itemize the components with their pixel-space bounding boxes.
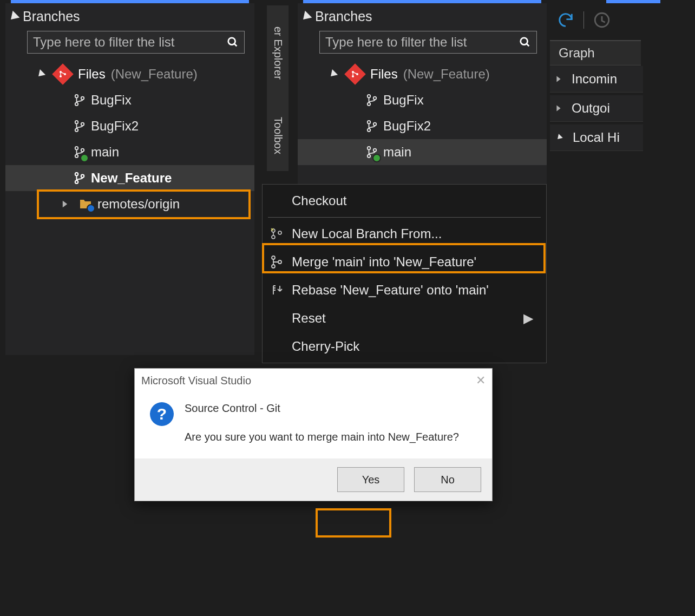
branches-title: Branches [23,9,80,24]
branch-label: main [383,145,411,160]
no-button[interactable]: No [414,467,481,492]
menu-new-branch[interactable]: New Local Branch From... [263,220,546,248]
svg-point-8 [75,121,78,124]
side-tab-toolbox[interactable]: Toolbox [267,100,289,171]
svg-point-16 [81,175,84,178]
branch-label: BugFix [91,93,132,108]
files-branch: (New_Feature) [111,67,198,82]
remotes-label: remotes/origin [97,196,180,212]
graph-header[interactable]: Graph [550,40,641,65]
highlight-box [316,508,391,538]
branch-tree: Files (New_Feature) BugFix BugFix2 main [298,59,547,167]
svg-point-35 [272,256,275,259]
branch-item-bugfix2[interactable]: BugFix2 [298,113,547,139]
dialog-message: Are you sure you want to merge main into… [185,431,459,443]
incoming-section[interactable]: Incomin [550,66,643,93]
separator [268,217,541,218]
branch-item-main[interactable]: main [298,139,547,165]
branch-icon [366,94,378,106]
svg-point-13 [81,149,84,152]
svg-point-30 [373,149,377,152]
branch-icon [366,146,378,158]
branch-tree: Files (New_Feature) BugFix BugFix2 main … [5,59,254,219]
svg-point-3 [60,75,62,77]
dialog-heading: Source Control - Git [185,402,459,415]
branch-item-newfeature[interactable]: New_Feature [5,165,254,191]
folder-icon [79,199,92,209]
branch-item-bugfix2[interactable]: BugFix2 [5,113,254,139]
branches-header[interactable]: Branches [5,3,254,28]
files-branch: (New_Feature) [403,67,490,82]
svg-point-22 [368,95,371,98]
search-icon[interactable] [519,36,531,48]
svg-point-15 [75,181,78,184]
close-icon[interactable]: ✕ [476,373,486,388]
branch-icon [74,146,86,158]
refresh-icon[interactable] [556,11,575,29]
svg-point-17 [521,38,528,45]
expand-icon [556,76,560,82]
files-label: Files [78,67,106,82]
yes-button[interactable]: Yes [337,467,404,492]
svg-point-11 [75,147,78,150]
up-arrow-badge-icon [80,154,89,162]
repo-node[interactable]: Files (New_Feature) [5,61,254,87]
expand-icon [8,10,20,23]
files-label: Files [370,67,398,82]
svg-point-14 [75,173,78,176]
filter-input[interactable]: Type here to filter the list [27,31,245,54]
branch-label: BugFix [383,93,424,108]
svg-point-36 [272,265,275,268]
expand-icon [556,106,560,112]
new-branch-icon [269,226,284,241]
filter-input[interactable]: Type here to filter the list [319,31,537,54]
svg-point-6 [75,103,78,106]
svg-point-27 [373,123,377,126]
rebase-icon [269,283,284,298]
branch-item-bugfix[interactable]: BugFix [5,87,254,113]
question-icon: ? [150,402,174,426]
branch-item-main[interactable]: main [5,139,254,165]
svg-point-10 [81,123,84,126]
branch-label: New_Feature [91,171,172,186]
local-history-section[interactable]: Local Hi [550,124,643,151]
menu-checkout[interactable]: Checkout [263,187,546,215]
remotes-node[interactable]: remotes/origin [5,191,254,217]
svg-point-9 [75,129,78,132]
menu-rebase[interactable]: Rebase 'New_Feature' onto 'main' [263,276,546,304]
fetch-icon[interactable] [593,11,611,29]
filter-placeholder: Type here to filter the list [33,35,174,50]
svg-point-12 [75,155,78,158]
svg-point-33 [272,235,275,239]
svg-point-5 [75,95,78,98]
branch-label: main [91,145,119,160]
confirm-dialog: Microsoft Visual Studio ✕ ? Source Contr… [134,368,493,501]
search-icon[interactable] [227,36,239,48]
merge-icon [269,254,284,270]
branch-icon [74,94,86,106]
side-tab-explorer[interactable]: er Explorer [267,5,289,101]
git-icon [344,63,366,85]
outgoing-section[interactable]: Outgoi [550,95,643,122]
expand-icon [63,201,67,208]
svg-point-23 [368,103,371,106]
branch-item-bugfix[interactable]: BugFix [298,87,547,113]
branch-icon [366,120,378,132]
remote-badge-icon [87,204,95,213]
branches-panel-left: Branches Type here to filter the list Fi… [5,3,254,355]
filter-placeholder: Type here to filter the list [325,35,467,50]
svg-point-24 [373,97,377,100]
branch-label: BugFix2 [383,119,431,134]
svg-point-25 [368,121,371,124]
separator [583,11,584,29]
menu-cherry-pick[interactable]: Cherry-Pick [263,332,546,361]
git-icon [52,63,74,85]
branch-icon [74,120,86,132]
branches-header[interactable]: Branches [298,3,547,28]
menu-reset[interactable]: Reset ▶ [263,304,546,332]
up-arrow-badge-icon [372,154,381,162]
menu-merge[interactable]: Merge 'main' into 'New_Feature' [263,248,546,276]
branch-icon [74,172,86,184]
expand-icon [300,10,312,23]
repo-node[interactable]: Files (New_Feature) [298,61,547,87]
